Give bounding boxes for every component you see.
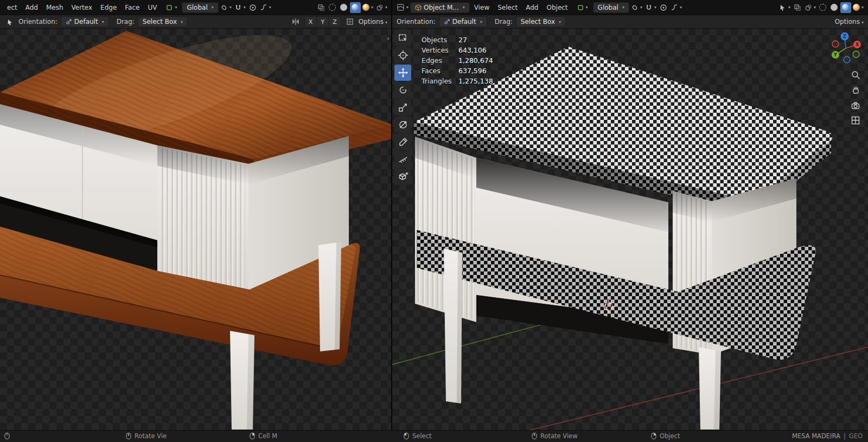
snap-target-icon[interactable] <box>344 16 355 27</box>
active-object-breadcrumb: MESA MADEIRA | GEO <box>792 432 863 440</box>
gizmo-neg-z[interactable] <box>844 56 850 63</box>
breadcrumb-divider: | <box>844 432 846 440</box>
svg-text:Z: Z <box>843 34 846 39</box>
transform-orientation-value: Global <box>598 4 618 11</box>
drag-dropdown[interactable]: Select Box <box>138 16 188 27</box>
right-viewport-tool-settings: Orientation: Default Drag: Select Box Op… <box>392 15 868 29</box>
shading-wireframe-icon[interactable] <box>327 2 338 13</box>
status-left-clipped-icon <box>3 432 10 440</box>
gizmo-pos-y[interactable]: Y <box>832 51 839 59</box>
menu-uv[interactable]: UV <box>144 2 161 13</box>
proportional-editing-icon[interactable] <box>658 2 669 13</box>
link-icon[interactable] <box>630 2 643 13</box>
camera-view-icon[interactable] <box>850 100 861 111</box>
drag-dropdown[interactable]: Select Box <box>516 16 566 27</box>
svg-text:Y: Y <box>833 53 837 57</box>
stat-value: 637,596 <box>458 67 493 75</box>
tool-transform[interactable] <box>394 117 411 133</box>
tool-move[interactable] <box>394 65 411 81</box>
menu-face[interactable]: Face <box>121 2 143 13</box>
snap-magnet-icon[interactable] <box>644 2 658 13</box>
viewport-nav-icons <box>850 69 861 126</box>
scene-statistics-overlay: Objects 27 Vertices 643,106 Edges 1,280,… <box>422 36 493 85</box>
shading-rendered-icon[interactable] <box>852 2 865 13</box>
zoom-icon[interactable] <box>850 69 861 80</box>
tool-select-box[interactable] <box>394 30 411 46</box>
viewport-divider[interactable] <box>391 0 392 430</box>
shading-material-preview-icon[interactable] <box>840 2 851 13</box>
collection-name: GEO <box>849 432 863 440</box>
menu-view[interactable]: View <box>470 2 493 13</box>
xray-toggle-icon[interactable] <box>316 2 327 13</box>
xray-toggle-icon[interactable] <box>792 2 803 13</box>
pivot-point-icon[interactable] <box>164 2 178 13</box>
select-visibility-icon[interactable] <box>778 2 792 13</box>
status-left-partial-2: Cell M <box>248 432 277 440</box>
status-object-hint: Object <box>650 432 680 440</box>
menu-mesh[interactable]: Mesh <box>42 2 67 13</box>
navigation-gizmo[interactable]: Z X Y <box>829 30 864 65</box>
status-bar: Rotate Vie Cell M Select Rotate View Obj… <box>0 430 868 442</box>
tool-annotate[interactable] <box>394 134 411 150</box>
tool-scale[interactable] <box>394 99 411 116</box>
orientation-dropdown[interactable]: Default <box>61 16 109 27</box>
stat-label: Triangles <box>422 77 455 85</box>
right-viewport[interactable]: Object M... View Select Add Object Globa… <box>392 0 868 430</box>
tool-add-cube[interactable] <box>394 169 411 185</box>
shading-solid-icon[interactable] <box>339 2 349 13</box>
left-viewport-tool-settings: Orientation: Default Drag: Select Box X … <box>0 15 392 29</box>
tool-measure[interactable] <box>394 151 411 168</box>
menu-add[interactable]: Add <box>22 2 42 13</box>
falloff-curve-icon[interactable] <box>259 2 272 13</box>
falloff-curve-icon[interactable] <box>669 2 683 13</box>
tool-options-dropdown[interactable]: Options <box>359 18 387 25</box>
proportional-editing-icon[interactable] <box>247 2 258 13</box>
shading-solid-icon[interactable] <box>829 2 840 13</box>
mirror-icon[interactable] <box>290 16 301 27</box>
tool-options-dropdown[interactable]: Options <box>835 18 864 25</box>
overlays-icon[interactable] <box>803 2 817 13</box>
tool-rotate[interactable] <box>394 82 411 98</box>
gizmo-neg-y[interactable] <box>853 51 859 57</box>
mode-value: Object M... <box>424 4 459 11</box>
mirror-x-button[interactable]: X <box>304 16 317 27</box>
menu-edge[interactable]: Edge <box>97 2 120 13</box>
mouse-left-icon <box>403 432 410 440</box>
viewport-toolbar <box>394 30 411 185</box>
overlays-icon[interactable] <box>375 2 388 13</box>
mirror-y-button[interactable]: Y <box>317 16 329 27</box>
drag-value: Select Box <box>521 18 555 25</box>
orientation-dropdown[interactable]: Default <box>439 16 487 27</box>
gizmo-neg-x[interactable] <box>832 41 839 47</box>
shading-material-preview-icon[interactable] <box>350 2 361 13</box>
editor-type-icon[interactable] <box>395 2 410 13</box>
transform-orientation-dropdown[interactable]: Global <box>593 2 629 13</box>
shading-wireframe-icon[interactable] <box>818 2 828 13</box>
menu-object[interactable]: Object <box>542 2 571 13</box>
left-viewport[interactable]: ect Add Mesh Vertex Edge Face UV Global <box>0 0 392 430</box>
tool-cursor[interactable] <box>394 47 411 63</box>
menu-select-clipped[interactable]: ect <box>3 2 21 13</box>
menu-select[interactable]: Select <box>494 2 521 13</box>
blender-window: ect Add Mesh Vertex Edge Face UV Global <box>0 0 868 442</box>
gizmo-pos-x[interactable]: X <box>853 41 861 48</box>
orientation-value: Default <box>452 18 476 25</box>
svg-text:X: X <box>856 42 859 47</box>
shading-rendered-icon[interactable] <box>361 2 374 13</box>
mode-dropdown[interactable]: Object M... <box>410 2 470 13</box>
gizmo-pos-z[interactable]: Z <box>841 33 849 41</box>
snap-magnet-icon[interactable] <box>233 2 247 13</box>
ortho-grid-icon[interactable] <box>850 115 861 126</box>
pan-hand-icon[interactable] <box>850 85 861 95</box>
transform-orientation-value: Global <box>187 4 207 11</box>
menu-add[interactable]: Add <box>522 2 542 13</box>
mirror-z-button[interactable]: Z <box>329 16 341 27</box>
transform-orientation-dropdown[interactable]: Global <box>182 2 218 13</box>
stat-value: 27 <box>458 36 493 44</box>
menu-vertex[interactable]: Vertex <box>68 2 97 13</box>
link-icon[interactable] <box>219 2 233 13</box>
drag-label: Drag: <box>117 18 135 25</box>
sidebar-toggle-chevron-icon[interactable]: ‹ <box>387 35 390 42</box>
pivot-point-icon[interactable] <box>576 2 589 13</box>
drag-value: Select Box <box>143 18 177 25</box>
